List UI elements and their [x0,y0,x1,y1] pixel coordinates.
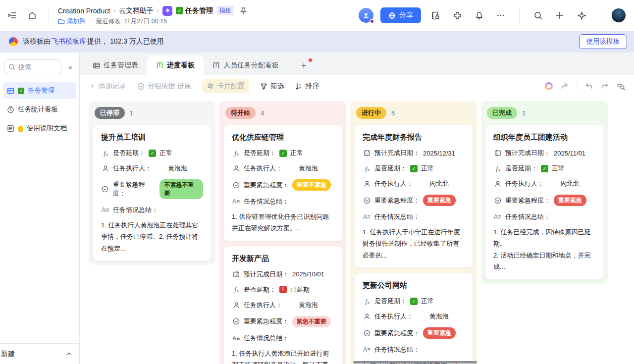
add-record-button[interactable]: ＋ 添加记录 [89,82,126,91]
card-config-button[interactable]: 卡片配置 [202,79,249,93]
status-badge[interactable]: 进行中 [356,107,386,119]
horizontal-scrollbar[interactable] [353,361,477,364]
card-title: 优化供应链管理 [232,133,334,142]
sync-indicator-icon [545,82,553,90]
group-by-button[interactable]: 分组依据 进展 [137,82,191,91]
home-icon[interactable] [25,8,40,23]
field-label: 重要紧急程度： [244,181,289,190]
tab-label: 进度看板 [167,61,195,70]
widgets-icon[interactable] [450,8,465,23]
calendar-icon [232,271,240,278]
task-card[interactable]: 优化供应链管理 ƒₓ是否延期：✓正常 任务执行人：黄泡泡 重要紧急程度：重要不紧… [223,125,342,241]
doc-title: ✓ 任务管理 [176,6,213,15]
task-card[interactable]: 完成年度财务报告 预计完成日期：2025/12/31 ƒₓ是否延期：✓正常 任务… [354,125,473,268]
divider [577,82,577,90]
sidebar-item-label: 任务管理 [28,86,54,95]
formula-icon: ƒₓ [363,165,371,172]
single-select-icon [363,330,371,337]
grid-table-icon [93,62,100,69]
template-store-icon [9,37,18,46]
sidebar-item-guide-doc[interactable]: 使用说明文档 [3,120,76,137]
sidebar-item-task-dashboard[interactable]: 任务统计看板 [3,101,76,118]
ai-sparkle-icon[interactable] [574,8,589,23]
alert-icon: ! [279,286,287,293]
priority-badge: 重要紧急 [423,195,456,206]
formula-icon: ƒₓ [493,165,502,172]
sort-button[interactable]: AZ 排序 [295,82,319,91]
chevron-up-icon[interactable] [66,351,72,357]
kanban-column-doing: 进行中 5 完成年度财务报告 预计完成日期：2025/12/31 ƒₓ是否延期：… [350,101,477,364]
status-badge[interactable]: 已停滞 [95,107,125,119]
search-icon [8,63,15,70]
user-avatar[interactable] [611,8,626,23]
task-card[interactable]: 开发新产品 预计完成日期：2025/10/01 ƒₓ是否延期：!已延期 任务执行… [223,246,342,364]
add-view-button[interactable]: ＋ [292,59,315,71]
divider [600,8,600,23]
template-store-link[interactable]: 飞书模板库 [52,37,86,46]
card-summary: 1. 任务已经完成，因特殊原因已延期。 2. 活动已经确定日期和地点，并完成..… [493,226,595,273]
sidebar-item-task-table[interactable]: ✓ 任务管理 [3,82,76,99]
sidebar-toggle-icon[interactable] [5,8,20,23]
collapse-sidebar-icon[interactable]: « [65,63,75,71]
card-summary: 1. 任务执行人黄泡泡已开始进行前期市场调研和产品设计，预计下季度启动... [232,348,334,364]
task-card[interactable]: 组织年度员工团建活动 预计完成日期：2025/11/01 ƒₓ是否延期：✓正常 … [485,125,604,280]
field-value: 黄泡泡 [299,301,318,310]
field-label: 重要紧急程度： [244,317,289,326]
check-emoji-icon: ✓ [176,7,183,14]
search-records-icon[interactable] [617,82,625,91]
share-button[interactable]: 分享 [380,7,421,23]
add-to-button[interactable]: 添加到 [58,17,86,26]
status-badge[interactable]: 已完成 [487,107,517,119]
template-badge: 模板 [216,6,234,15]
task-card[interactable]: 提升员工培训 ƒₓ是否延期：✓正常 任务执行人：黄泡泡 重要紧急程度：不紧急不重… [93,125,211,261]
tab-task-table[interactable]: 任务管理表 [84,55,147,75]
formula-icon: ƒₓ [232,286,240,293]
search-input[interactable] [18,63,53,71]
field-label: 任务情况总结： [505,212,550,221]
priority-badge: 重要紧急 [554,195,586,206]
sidebar-search[interactable] [4,59,61,74]
sort-az-icon: AZ [295,83,303,90]
tab-assignment-kanban[interactable]: 人员任务分配看板 [204,55,288,75]
pin-icon[interactable] [238,5,249,16]
text-field-icon: A≡ [101,207,109,213]
tab-progress-kanban[interactable]: 进度看板 [147,55,204,75]
task-card[interactable]: 更新公司网站 ƒₓ是否延期：✓正常 任务执行人：黄泡泡 重要紧急程度：重要紧急 … [354,273,473,364]
status-badge[interactable]: 待开始 [225,107,256,119]
card-summary: 1. 任务执行人黄泡泡正在处理其它事情，任务已停滞。2. 任务预计将在预定... [101,219,203,254]
new-button[interactable]: 新建 [0,343,79,364]
share-view-icon[interactable] [561,82,569,90]
new-label: 新建 [1,350,15,359]
person-icon [232,165,240,172]
field-label: 任务执行人： [113,164,152,173]
breadcrumb-item[interactable]: 云文档助手 [119,6,154,15]
kanban-column-done: 已完成 1 组织年度员工团建活动 预计完成日期：2025/11/01 ƒₓ是否延… [481,101,608,284]
left-sidebar: « ✓ 任务管理 任务统计看板 使用说明文档 新建 [0,52,80,364]
view-tabbar: 任务管理表 进度看板 人员任务分配看板 ＋ [80,52,634,75]
more-icon[interactable] [493,8,508,23]
clock-icon [7,106,14,113]
field-value: 黄泡泡 [299,164,318,173]
filter-button[interactable]: 筛选 [260,82,284,91]
notifications-bell-icon[interactable] [472,8,486,23]
kanban-column-todo: 待开始 4 优化供应链管理 ƒₓ是否延期：✓正常 任务执行人：黄泡泡 重要紧急程… [219,101,346,364]
undo-icon[interactable] [585,82,593,90]
collaborator-avatar[interactable] [359,8,373,23]
field-label: 预计完成日期： [244,270,289,279]
doc-permission-icon[interactable] [428,8,443,23]
text-field-icon: A≡ [232,198,240,205]
search-icon[interactable] [530,8,545,23]
column-count: 4 [261,109,264,117]
check-icon: ✓ [410,298,418,305]
single-select-icon [101,186,109,193]
redo-icon[interactable] [601,82,609,90]
formula-icon: ƒₓ [363,298,371,305]
card-title: 提升员工培训 [101,133,203,142]
banner-text: 提供， 102.3 万人已使用 [87,37,164,46]
column-count: 1 [522,109,526,117]
create-plus-icon[interactable] [552,8,567,23]
kanban-column-stalled: 已停滞 1 提升员工培训 ƒₓ是否延期：✓正常 任务执行人：黄泡泡 重要紧急程度… [89,101,215,265]
use-template-button[interactable]: 使用该模板 [579,34,628,49]
field-label: 任务情况总结： [244,334,289,343]
breadcrumb-item[interactable]: Creation Product [58,7,110,15]
